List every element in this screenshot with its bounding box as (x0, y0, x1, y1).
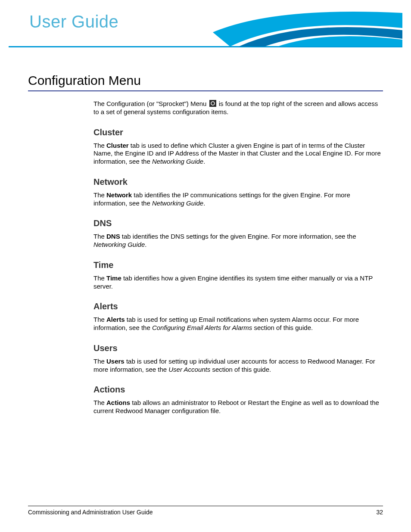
section-heading: Alerts (93, 302, 383, 311)
section-italic-ref: Configuring Email Alerts for Alarms (152, 324, 252, 331)
sprocket-icon (209, 100, 216, 107)
section-italic-ref: User Accounts (168, 366, 210, 373)
section-heading: Actions (93, 385, 383, 395)
header-swoosh-graphic (213, 9, 402, 47)
footer-page-number: 32 (376, 509, 383, 516)
section-paragraph: The DNS tab identifies the DNS settings … (93, 233, 383, 249)
section-text: The (93, 191, 106, 199)
section-paragraph: The Actions tab allows an administrator … (93, 399, 383, 415)
section-bold-term: Network (106, 191, 132, 199)
section-heading: Network (93, 177, 383, 187)
section-text: section of this guide. (210, 366, 271, 373)
section-text: The (93, 358, 106, 365)
section-text: The (93, 142, 106, 149)
section-text: section of this guide. (252, 324, 313, 331)
page-content: Configuration Menu The Configuration (or… (0, 47, 411, 415)
section-text: . (145, 241, 146, 248)
section-bold-term: Time (106, 274, 121, 282)
body-block: The Configuration (or "Sprocket") Menu i… (93, 100, 383, 415)
section-text: tab allows an administrator to Reboot or… (93, 399, 379, 414)
footer-left: Commissioning and Administration User Gu… (28, 509, 153, 516)
section-text: The (93, 399, 106, 406)
section-paragraph: The Cluster tab is used to define which … (93, 142, 383, 166)
section-heading: Users (93, 343, 383, 353)
section-text: tab identifies the DNS settings for the … (120, 233, 356, 240)
section-paragraph: The Users tab is used for setting up ind… (93, 358, 383, 374)
section-text: The (93, 316, 106, 323)
section-bold-term: Actions (106, 399, 130, 406)
section-text: The (93, 274, 106, 282)
section-italic-ref: Networking Guide (93, 241, 145, 248)
section-bold-term: DNS (106, 233, 120, 240)
section-text: tab identifies how a given Engine identi… (93, 274, 373, 290)
section-italic-ref: Networking Guide (152, 158, 203, 165)
section-heading: DNS (93, 218, 383, 228)
section-italic-ref: Networking Guide (152, 199, 203, 207)
section-bold-term: Cluster (106, 142, 129, 149)
page-header: User Guide (9, 0, 402, 47)
section-text: . (203, 158, 205, 165)
section-text: tab identifies the IP communications set… (93, 191, 350, 207)
section-bold-term: Users (106, 358, 125, 365)
section-heading: Time (93, 260, 383, 270)
section-paragraph: The Time tab identifies how a given Engi… (93, 274, 383, 291)
section-heading: Cluster (93, 128, 383, 137)
section-paragraph: The Network tab identifies the IP commun… (93, 191, 383, 208)
section-text: . (203, 199, 205, 207)
page-title: Configuration Menu (28, 73, 383, 91)
section-bold-term: Alerts (106, 316, 125, 323)
intro-text-before: The Configuration (or "Sprocket") Menu (93, 100, 209, 107)
page-footer: Commissioning and Administration User Gu… (28, 506, 383, 516)
intro-paragraph: The Configuration (or "Sprocket") Menu i… (93, 100, 383, 116)
section-text: tab is used to define which Cluster a gi… (93, 142, 381, 165)
section-text: The (93, 233, 106, 240)
section-paragraph: The Alerts tab is used for setting up Em… (93, 316, 383, 332)
